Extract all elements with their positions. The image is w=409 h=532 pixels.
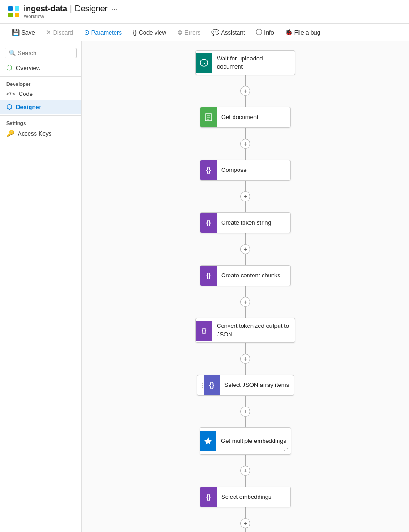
code-view-button[interactable]: {} Code view (128, 27, 171, 38)
node-convert-json[interactable]: {} Convert tokenized output to JSON (195, 318, 295, 342)
sidebar-section-developer: Developer (0, 76, 81, 88)
select-array-icon: {} (204, 375, 220, 395)
connector-line2 (245, 201, 246, 212)
svg-rect-1 (15, 6, 19, 11)
save-button[interactable]: 💾 Save (7, 27, 40, 38)
convert-json-icon: {} (196, 321, 212, 341)
save-icon: 💾 (12, 29, 20, 36)
sidebar-item-access-keys[interactable]: 🔑 Access Keys (0, 127, 81, 140)
connector-6: + (240, 396, 250, 427)
code-icon: </> (6, 90, 15, 97)
select-array-label: Select JSON array items (220, 377, 294, 393)
toolbar: 💾 Save ✕ Discard ⊙ Parameters {} Code vi… (0, 24, 409, 41)
add-step-button-5[interactable]: + (240, 354, 250, 364)
connector-line (245, 455, 246, 466)
overview-icon: ⬡ (6, 64, 12, 72)
create-token-icon: {} (200, 213, 217, 233)
add-step-button-8[interactable]: + (240, 518, 250, 528)
connector-line (245, 343, 246, 354)
search-input[interactable] (18, 50, 73, 56)
svg-rect-2 (8, 13, 13, 17)
sidebar-search-area: 🔍 (0, 45, 81, 61)
connector-0: + (240, 75, 250, 107)
get-embeddings-icon (200, 431, 216, 451)
sidebar-item-overview[interactable]: ⬡ Overview (0, 61, 81, 75)
connector-line2 (245, 364, 246, 375)
overview-label: Overview (16, 65, 40, 71)
connector-line (245, 181, 246, 191)
header-more[interactable]: ··· (111, 5, 117, 13)
info-button[interactable]: ⓘ Info (251, 26, 279, 38)
node-menu-icon[interactable]: ⋮ (200, 382, 205, 388)
compose-label: Compose (217, 162, 290, 178)
node-get-embeddings[interactable]: Get multiple embeddings ⇌ (200, 427, 291, 455)
connector-line2 (245, 476, 246, 487)
select-embeddings-label: Select embeddings (217, 489, 290, 505)
keys-icon: 🔑 (6, 130, 14, 137)
discard-icon: ✕ (46, 29, 51, 36)
connector-line (245, 286, 246, 297)
sidebar: 🔍 ⬡ Overview Developer </> Code ⬡ Design… (0, 41, 82, 532)
access-keys-label: Access Keys (18, 130, 51, 137)
parameters-icon: ⊙ (84, 29, 90, 36)
add-step-button-0[interactable]: + (240, 86, 250, 96)
connector-2: + (240, 181, 250, 212)
connector-line2 (245, 96, 246, 107)
get-embeddings-label: Get multiple embeddings (216, 433, 291, 449)
connector-line2 (245, 417, 246, 427)
svg-rect-3 (15, 13, 19, 17)
search-box[interactable]: 🔍 (5, 48, 77, 58)
sidebar-item-code[interactable]: </> Code (0, 88, 81, 100)
parameters-button[interactable]: ⊙ Parameters (80, 27, 126, 38)
header-separator: | (70, 4, 72, 14)
assistant-icon: 💬 (211, 29, 219, 36)
add-step-button-7[interactable]: + (240, 466, 250, 476)
convert-json-label: Convert tokenized output to JSON (212, 318, 295, 342)
wait-label: Wait for uploaded document (212, 51, 295, 75)
create-chunks-label: Create content chunks (217, 268, 290, 283)
connector-line2 (245, 254, 246, 265)
connector-line (245, 507, 246, 518)
connector-3: + (240, 233, 250, 265)
file-bug-button[interactable]: 🐞 File a bug (280, 27, 325, 38)
select-embeddings-icon: {} (200, 487, 217, 507)
search-icon: 🔍 (9, 50, 16, 56)
sidebar-item-designer[interactable]: ⬡ Designer (0, 100, 81, 114)
errors-icon: ⊗ (177, 29, 183, 36)
node-get-document[interactable]: Get document (200, 107, 291, 128)
connector-8: + (240, 507, 250, 532)
svg-marker-9 (204, 437, 212, 445)
discard-button[interactable]: ✕ Discard (41, 27, 78, 38)
connector-7: + (240, 455, 250, 487)
assistant-button[interactable]: 💬 Assistant (207, 27, 249, 38)
add-step-button-3[interactable]: + (240, 244, 250, 254)
node-select-embeddings[interactable]: {} Select embeddings (200, 487, 291, 507)
connector-1: + (240, 128, 250, 160)
connector-line (245, 233, 246, 244)
add-step-button-4[interactable]: + (240, 297, 250, 307)
get-doc-icon (200, 107, 217, 127)
add-step-button-1[interactable]: + (240, 139, 250, 149)
get-doc-label: Get document (217, 110, 290, 125)
add-step-button-2[interactable]: + (240, 191, 250, 201)
bug-icon: 🐞 (285, 29, 293, 36)
create-chunks-icon: {} (200, 266, 217, 286)
compose-icon: {} (200, 160, 217, 180)
node-select-array[interactable]: ⋮ {} Select JSON array items (197, 375, 294, 396)
connector-line2 (245, 307, 246, 318)
main-layout: 🔍 ⬡ Overview Developer </> Code ⬡ Design… (0, 41, 409, 532)
node-wait-uploaded[interactable]: Wait for uploaded document (195, 50, 295, 75)
errors-button[interactable]: ⊗ Errors (173, 27, 205, 38)
node-create-token[interactable]: {} Create token string (200, 212, 291, 233)
connector-line2 (245, 528, 246, 532)
create-token-label: Create token string (217, 215, 290, 231)
canvas: Wait for uploaded document + Get documen… (82, 41, 409, 532)
wait-icon (196, 53, 212, 73)
workflow-container: Wait for uploaded document + Get documen… (91, 50, 400, 532)
node-compose[interactable]: {} Compose (200, 160, 291, 181)
add-step-button-6[interactable]: + (240, 407, 250, 417)
header: ingest-data | Designer ··· Workflow (0, 0, 409, 24)
header-title: ingest-data | Designer ··· Workflow (24, 4, 117, 19)
sidebar-section-settings: Settings (0, 115, 81, 127)
node-create-chunks[interactable]: {} Create content chunks (200, 265, 291, 286)
